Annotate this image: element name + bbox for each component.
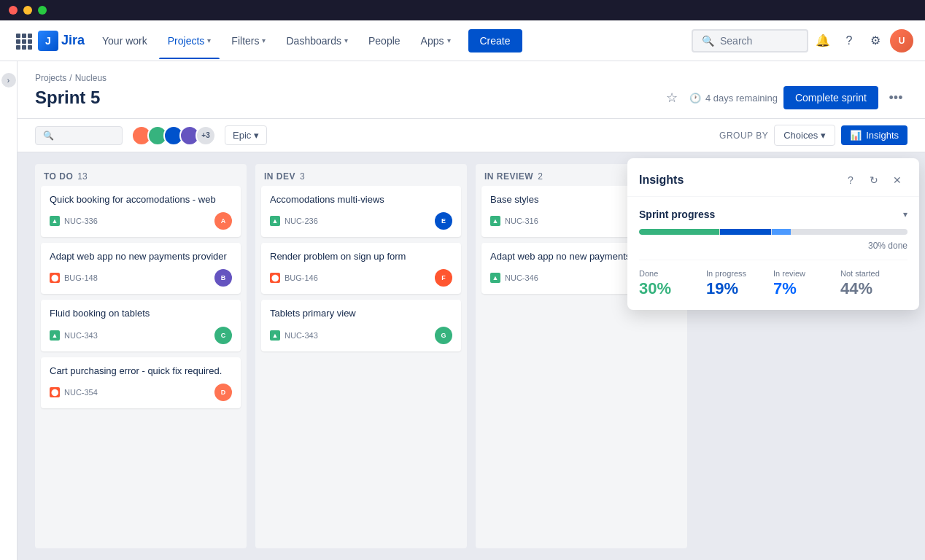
card-bug-146[interactable]: Render problem on sign up form ⬤ BUG-146…	[261, 243, 461, 294]
search-bar[interactable]: 🔍 Search	[692, 29, 808, 52]
help-button[interactable]: ?	[837, 29, 861, 52]
card-footer: ▲ NUC-343 G	[270, 327, 452, 344]
card-title: Adapt web app no new payments provider	[50, 250, 232, 263]
stat-inreview: In review 7%	[773, 269, 840, 298]
breadcrumb: Projects / Nucleus	[35, 73, 907, 83]
card-id: NUC-354	[64, 388, 98, 397]
card-nuc-343-todo[interactable]: Fluid booking on tablets ▲ NUC-343 C	[41, 300, 241, 351]
card-title: Cart purchasing error - quick fix requir…	[50, 365, 232, 378]
chevron-down-icon: ▾	[821, 130, 826, 141]
bug-icon: ⬤	[50, 273, 60, 283]
title-bar	[0, 0, 925, 20]
chevron-down-icon: ▾	[254, 130, 259, 141]
card-nuc-336[interactable]: Quick booking for accomodations - web ▲ …	[41, 186, 241, 237]
column-todo: TO DO 13 Quick booking for accomodations…	[35, 164, 247, 548]
card-id: NUC-236	[285, 217, 318, 225]
sprint-progress-title: Sprint progress	[639, 209, 715, 220]
layout: › Projects / Nucleus Sprint 5 ☆ 🕐 4 days…	[0, 61, 925, 560]
maximize-btn[interactable]	[38, 6, 47, 15]
card-title: Quick booking for accomodations - web	[50, 193, 232, 206]
nav-item-projects[interactable]: Projects ▾	[159, 29, 220, 52]
card-id: NUC-343	[285, 331, 318, 340]
nav-item-people[interactable]: People	[360, 29, 409, 52]
insights-panel-actions: ? ↻ ✕	[840, 170, 907, 190]
insights-area: GROUP BY Choices ▾ 📊 Insights	[719, 125, 907, 146]
notifications-button[interactable]: 🔔	[811, 29, 835, 52]
nav-item-apps[interactable]: Apps ▾	[412, 29, 460, 52]
card-avatar: C	[214, 327, 232, 344]
apps-grid-icon[interactable]	[12, 29, 35, 52]
page-title: Sprint 5	[35, 88, 100, 108]
top-nav: J Jira Your work Projects ▾ Filters ▾ Da…	[0, 20, 925, 61]
card-footer: ⬤ BUG-148 B	[50, 269, 232, 287]
progress-inprogress-bar	[720, 229, 771, 235]
card-bug-148[interactable]: Adapt web app no new payments provider ⬤…	[41, 243, 241, 294]
nav-item-your-work[interactable]: Your work	[93, 29, 156, 52]
board-search[interactable]: 🔍	[35, 126, 123, 145]
nav-item-dashboards[interactable]: Dashboards ▾	[277, 29, 357, 52]
bug-icon: ⬤	[50, 387, 60, 397]
group-by-label: GROUP BY	[719, 131, 768, 141]
minimize-btn[interactable]	[23, 6, 32, 15]
card-avatar: F	[435, 269, 452, 287]
card-avatar: G	[435, 327, 452, 344]
card-title: Tablets primary view	[270, 307, 452, 320]
story-icon: ▲	[490, 273, 500, 283]
help-icon-btn[interactable]: ?	[840, 170, 861, 190]
column-count-indev: 3	[300, 171, 305, 182]
nav-item-filters[interactable]: Filters ▾	[222, 29, 274, 52]
card-nuc-354[interactable]: Cart purchasing error - quick fix requir…	[41, 357, 241, 408]
card-avatar: A	[214, 212, 232, 230]
card-nuc-236[interactable]: Accomodations multi-views ▲ NUC-236 E	[261, 186, 461, 237]
close-btn[interactable]	[9, 6, 18, 15]
user-avatar[interactable]: U	[890, 29, 913, 52]
stat-inreview-value: 7%	[773, 279, 840, 298]
story-icon: ▲	[270, 330, 280, 341]
column-header-todo: TO DO 13	[35, 164, 247, 186]
column-count-todo: 13	[77, 171, 87, 182]
jira-logo[interactable]: J Jira	[38, 31, 85, 51]
epic-filter-button[interactable]: Epic ▾	[225, 125, 267, 145]
breadcrumb-nucleus[interactable]: Nucleus	[75, 73, 107, 83]
column-title-todo: TO DO	[44, 171, 73, 182]
search-icon: 🔍	[43, 131, 54, 141]
story-icon: ▲	[50, 330, 60, 341]
chart-icon: 📊	[850, 130, 862, 141]
column-title-inreview: IN REVIEW	[484, 171, 533, 182]
card-nuc-343-indev[interactable]: Tablets primary view ▲ NUC-343 G	[261, 300, 461, 351]
card-avatar: B	[214, 269, 232, 287]
stat-inprogress-value: 19%	[706, 279, 773, 298]
card-title: Render problem on sign up form	[270, 250, 452, 263]
card-id: BUG-148	[64, 273, 98, 282]
column-cards-todo: Quick booking for accomodations - web ▲ …	[35, 186, 247, 548]
sprint-progress-section: Sprint progress ▾ 30% done Done 30%	[627, 197, 919, 310]
star-button[interactable]: ☆	[660, 86, 684, 109]
breadcrumb-separator: /	[69, 73, 71, 83]
avatar-count[interactable]: +3	[196, 125, 216, 146]
stat-notstarted-label: Not started	[840, 269, 907, 278]
more-options-button[interactable]: •••	[884, 86, 907, 109]
refresh-icon-btn[interactable]: ↻	[864, 170, 884, 190]
sidebar-toggle[interactable]: ›	[1, 73, 16, 88]
jira-logo-icon: J	[38, 31, 58, 51]
complete-sprint-button[interactable]: Complete sprint	[783, 86, 878, 109]
jira-logo-text: Jira	[61, 33, 85, 48]
chevron-up-icon[interactable]: ▾	[903, 209, 907, 219]
insights-button[interactable]: 📊 Insights	[841, 125, 907, 145]
breadcrumb-projects[interactable]: Projects	[35, 73, 66, 83]
column-count-inreview: 2	[538, 171, 543, 182]
clock-icon: 🕐	[689, 93, 701, 104]
stat-done: Done 30%	[639, 269, 706, 298]
settings-button[interactable]: ⚙	[864, 29, 887, 52]
card-avatar: E	[435, 212, 452, 230]
page-header: Projects / Nucleus Sprint 5 ☆ 🕐 4 days r…	[18, 61, 925, 119]
choices-button[interactable]: Choices ▾	[774, 125, 835, 146]
close-icon-btn[interactable]: ✕	[887, 170, 907, 190]
insights-panel-title: Insights	[639, 174, 835, 187]
card-id: NUC-346	[505, 273, 538, 282]
column-header-indev: IN DEV 3	[255, 164, 467, 186]
card-avatar: D	[214, 384, 232, 401]
create-button[interactable]: Create	[468, 29, 522, 52]
progress-bar	[639, 229, 907, 235]
stat-done-value: 30%	[639, 279, 706, 298]
